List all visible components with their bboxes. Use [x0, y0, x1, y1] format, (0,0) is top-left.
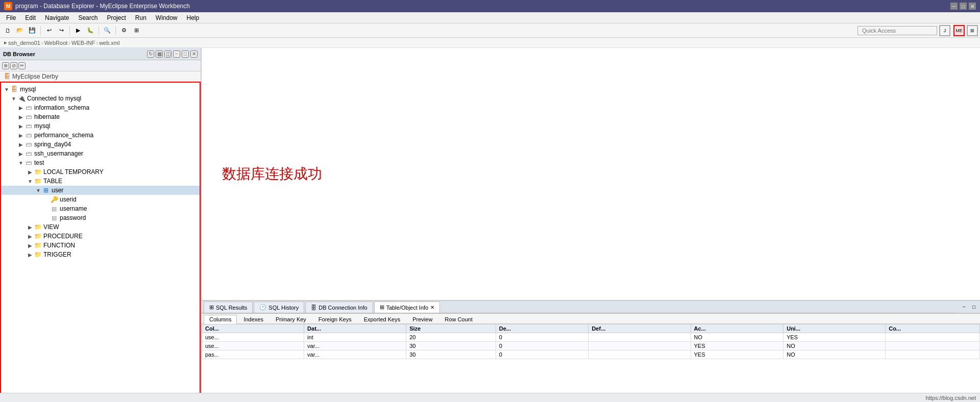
tree-trigger-folder[interactable]: ▶ 📁 TRIGGER — [1, 250, 200, 259]
menu-edit[interactable]: Edit — [21, 13, 40, 22]
toolbar-misc2[interactable]: ⊞ — [131, 25, 142, 36]
toolbar-debug[interactable]: 🐛 — [85, 25, 96, 36]
perspective-me-button[interactable]: ME — [953, 25, 965, 36]
tab-table-info-label: Table/Object Info — [386, 305, 429, 311]
tree-performance-schema[interactable]: ▶ 🗃 performance_schema — [1, 131, 200, 140]
tab-table-object-info[interactable]: ⊞ Table/Object Info ✕ — [374, 302, 440, 313]
toolbar-redo[interactable]: ↪ — [56, 25, 67, 36]
label-info-schema: information_schema — [34, 104, 89, 111]
toolbar-new[interactable]: 🗋 — [2, 25, 13, 36]
tree-username-col[interactable]: ▶ ▤ username — [1, 204, 200, 213]
subtab-foreign-keys[interactable]: Foreign Keys — [313, 315, 357, 323]
menu-search[interactable]: Search — [74, 13, 102, 22]
tree-connected-mysql[interactable]: ▼ 🔌 Connected to mysql — [1, 94, 200, 103]
toolbar-open[interactable]: 📂 — [14, 25, 26, 36]
tree-function-folder[interactable]: ▶ 📁 FUNCTION — [1, 241, 200, 250]
menu-navigate[interactable]: Navigate — [41, 13, 73, 22]
th-dat: Dat... — [304, 324, 406, 333]
tree-view-folder[interactable]: ▶ 📁 VIEW — [1, 222, 200, 232]
panel-maximize[interactable]: □ — [182, 51, 189, 58]
tree-mysql-schema[interactable]: ▶ 🗃 mysql — [1, 121, 200, 131]
menu-file[interactable]: File — [2, 13, 20, 22]
subtab-columns[interactable]: Columns — [204, 315, 237, 324]
icon-spring: 🗃 — [24, 140, 33, 148]
tree-local-temp[interactable]: ▶ 📁 LOCAL TEMPORARY — [1, 167, 200, 177]
toggle-view[interactable]: ▶ — [27, 223, 34, 231]
perspective-other-button[interactable]: ⊞ — [967, 25, 978, 36]
panel-close[interactable]: ✕ — [190, 51, 198, 58]
close-button[interactable]: ✕ — [969, 3, 976, 10]
toggle-function[interactable]: ▶ — [27, 242, 34, 249]
breadcrumb-webroot[interactable]: WebRoot — [44, 40, 68, 46]
menu-window[interactable]: Window — [152, 13, 182, 22]
toggle-spring[interactable]: ▶ — [17, 141, 24, 148]
icon-mysql-db: 🗄 — [10, 85, 18, 93]
toggle-hibernate[interactable]: ▶ — [17, 113, 24, 120]
toggle-ssh[interactable]: ▶ — [17, 150, 24, 157]
panel-layout[interactable]: ◫ — [164, 51, 172, 58]
toolbar-undo[interactable]: ↩ — [43, 25, 55, 36]
toolbar-search[interactable]: 🔍 — [102, 25, 113, 36]
tree-userid-col[interactable]: ▶ 🔑 userid — [1, 195, 200, 204]
quick-access-input[interactable] — [857, 26, 937, 35]
toggle-perf-schema[interactable]: ▶ — [17, 132, 24, 139]
icon-mysql-schema: 🗃 — [24, 122, 33, 130]
toggle-mysql[interactable]: ▼ — [3, 86, 10, 93]
panel-minimize[interactable]: − — [173, 51, 180, 58]
tree-test-schema[interactable]: ▼ 🗃 test — [1, 158, 200, 167]
minimize-button[interactable]: ─ — [950, 3, 958, 10]
menu-run[interactable]: Run — [131, 13, 151, 22]
label-ssh: ssh_usermanager — [34, 150, 83, 157]
tab-sql-history[interactable]: 🕐 SQL History — [254, 302, 304, 313]
toggle-table-folder[interactable]: ▼ — [27, 178, 34, 185]
toggle-connected[interactable]: ▼ — [10, 95, 17, 102]
bottom-maximize-btn[interactable]: □ — [970, 303, 978, 311]
tab-sql-results-label: SQL Results — [216, 305, 247, 311]
panel-filter[interactable]: ▦ — [156, 51, 163, 58]
tree-password-col[interactable]: ▶ ▤ password — [1, 213, 200, 222]
icon-user-table: ⊞ — [42, 186, 50, 194]
subtab-preview[interactable]: Preview — [407, 315, 438, 323]
subtab-indexes[interactable]: Indexes — [238, 315, 269, 323]
toolbar-misc1[interactable]: ⚙ — [118, 25, 130, 36]
toggle-trigger[interactable]: ▶ — [27, 251, 34, 258]
toolbar-save[interactable]: 💾 — [27, 25, 38, 36]
subtab-primary-key[interactable]: Primary Key — [270, 315, 312, 323]
dbt-btn1[interactable]: ⊕ — [2, 62, 9, 69]
panel-refresh[interactable]: ↻ — [147, 51, 154, 58]
toggle-local-temp[interactable]: ▶ — [27, 168, 34, 175]
tree-mysql-root[interactable]: ▼ 🗄 mysql — [1, 85, 200, 94]
toggle-mysql-schema[interactable]: ▶ — [17, 122, 24, 130]
subtab-exported-keys[interactable]: Exported Keys — [358, 315, 406, 323]
tree-table-folder[interactable]: ▼ 📁 TABLE — [1, 177, 200, 186]
tree-procedure-folder[interactable]: ▶ 📁 PROCEDURE — [1, 232, 200, 241]
dbt-btn2[interactable]: ⊘ — [10, 62, 17, 69]
label-view-folder: VIEW — [43, 223, 59, 231]
tree-information-schema[interactable]: ▶ 🗃 information_schema — [1, 103, 200, 112]
toggle-user-table[interactable]: ▼ — [35, 187, 42, 194]
breadcrumb-webxml[interactable]: web.xml — [99, 40, 119, 46]
toggle-test[interactable]: ▼ — [17, 159, 24, 166]
tab-db-connection-info[interactable]: 🗄 DB Connection Info — [305, 302, 373, 313]
toggle-info-schema[interactable]: ▶ — [17, 104, 24, 111]
tree-user-table[interactable]: ▼ ⊞ user — [1, 186, 200, 195]
dbt-btn3[interactable]: ✏ — [18, 62, 26, 69]
menu-help[interactable]: Help — [183, 13, 204, 22]
tree-hibernate[interactable]: ▶ 🗃 hibernate — [1, 112, 200, 121]
perspective-java-button[interactable]: J — [939, 25, 950, 36]
breadcrumb-ssh-demo01[interactable]: ssh_demo01 — [8, 40, 40, 46]
maximize-button[interactable]: □ — [960, 3, 967, 10]
toggle-procedure[interactable]: ▶ — [27, 233, 34, 240]
tree-spring-day04[interactable]: ▶ 🗃 spring_day04 — [1, 140, 200, 149]
subtab-row-count[interactable]: Row Count — [439, 315, 478, 323]
bottom-minimize-btn[interactable]: − — [960, 303, 968, 311]
tree-ssh-usermanager[interactable]: ▶ 🗃 ssh_usermanager — [1, 149, 200, 158]
toolbar-run[interactable]: ▶ — [72, 25, 84, 36]
tab-sql-results[interactable]: ⊞ SQL Results — [204, 302, 253, 313]
breadcrumb-webinf[interactable]: WEB-INF — [71, 40, 95, 46]
menu-project[interactable]: Project — [103, 13, 130, 22]
th-size: Size — [406, 324, 496, 333]
tab-table-info-close[interactable]: ✕ — [430, 305, 434, 310]
label-user-table: user — [52, 187, 63, 194]
main-layout: DB Browser ↻ ▦ ◫ − □ ✕ ⊕ ⊘ ✏ 🗄 MyEclipse… — [0, 48, 980, 402]
